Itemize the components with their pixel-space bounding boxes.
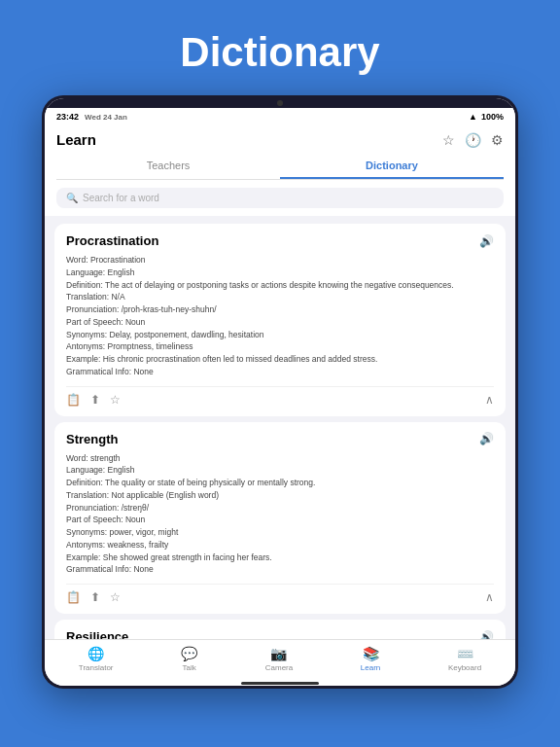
header-row: Learn ☆ 🕐 ⚙ (56, 131, 504, 148)
status-right: ▲ 100% (469, 112, 504, 122)
tabs: Teachers Dictionary (56, 154, 504, 180)
word-title-3: Resilience (66, 629, 128, 639)
star-icon[interactable]: ☆ (442, 132, 455, 148)
word-card-header-2: Strength 🔊 (66, 432, 494, 446)
speaker-icon-1[interactable]: 🔊 (479, 234, 494, 248)
status-time: 23:42 (56, 112, 79, 122)
word-details-2: Word: strength Language: English Definit… (66, 452, 494, 577)
word-card-header-1: Procrastination 🔊 (66, 233, 494, 248)
nav-item-camera[interactable]: 📷 Camera (265, 646, 293, 672)
bookmark-icon-1[interactable]: ☆ (110, 393, 121, 407)
nav-item-talk[interactable]: 💬 Talk (181, 646, 197, 672)
search-placeholder: Search for a word (83, 193, 159, 203)
nav-label-keyboard: Keyboard (448, 663, 481, 672)
status-date: Wed 24 Jan (85, 113, 127, 122)
chevron-up-1[interactable]: ∧ (485, 393, 494, 407)
word-card-header-3: Resilience 🔊 (66, 629, 494, 639)
nav-label-learn: Learn (361, 663, 380, 672)
status-bar: 23:42 Wed 24 Jan ▲ 100% (45, 108, 515, 125)
history-icon[interactable]: 🕐 (465, 132, 481, 148)
learn-icon: 📚 (363, 646, 379, 661)
chevron-up-2[interactable]: ∧ (485, 590, 494, 604)
copy-icon-2[interactable]: 📋 (66, 590, 81, 604)
translator-icon: 🌐 (88, 646, 104, 661)
app-title: Dictionary (180, 29, 379, 76)
search-icon: 🔍 (66, 193, 78, 203)
search-bar: 🔍 Search for a word (45, 180, 515, 216)
copy-icon-1[interactable]: 📋 (66, 393, 81, 407)
wifi-icon: ▲ (469, 112, 477, 122)
share-icon-1[interactable]: ⬆ (90, 393, 100, 407)
home-indicator (45, 680, 515, 686)
header-title: Learn (56, 131, 96, 148)
bottom-nav: 🌐 Translator 💬 Talk 📷 Camera 📚 Learn ⌨️ … (45, 639, 515, 680)
word-title-2: Strength (66, 432, 118, 446)
speaker-icon-2[interactable]: 🔊 (479, 432, 494, 445)
word-card-strength: Strength 🔊 Word: strength Language: Engl… (54, 422, 506, 615)
nav-item-keyboard[interactable]: ⌨️ Keyboard (448, 646, 481, 672)
word-details-1: Word: Procrastination Language: English … (66, 254, 494, 378)
bookmark-icon-2[interactable]: ☆ (110, 590, 121, 604)
nav-item-translator[interactable]: 🌐 Translator (79, 646, 114, 672)
nav-label-talk: Talk (183, 663, 196, 672)
word-actions-1: 📋 ⬆ ☆ ∧ (66, 386, 494, 407)
search-input-wrapper[interactable]: 🔍 Search for a word (56, 188, 504, 208)
nav-label-translator: Translator (79, 663, 114, 672)
word-title-1: Procrastination (66, 233, 158, 248)
tab-teachers[interactable]: Teachers (56, 154, 280, 179)
home-bar (241, 682, 319, 685)
speaker-icon-3[interactable]: 🔊 (479, 630, 494, 640)
camera-notch (45, 98, 515, 108)
app-title-area: Dictionary (0, 0, 560, 95)
content-area: Procrastination 🔊 Word: Procrastination … (45, 216, 515, 639)
notch-dot (277, 100, 283, 106)
tab-dictionary[interactable]: Dictionary (280, 154, 504, 179)
word-actions-2: 📋 ⬆ ☆ ∧ (66, 584, 494, 604)
share-icon-2[interactable]: ⬆ (90, 590, 100, 604)
talk-icon: 💬 (181, 646, 197, 661)
camera-icon: 📷 (270, 646, 287, 661)
device-frame: 23:42 Wed 24 Jan ▲ 100% Learn ☆ 🕐 ⚙ Teac… (42, 95, 518, 689)
action-icons-2: 📋 ⬆ ☆ (66, 590, 121, 604)
settings-icon[interactable]: ⚙ (491, 132, 504, 148)
header-icons: ☆ 🕐 ⚙ (442, 132, 504, 148)
keyboard-icon: ⌨️ (457, 646, 473, 661)
nav-item-learn[interactable]: 📚 Learn (361, 646, 380, 672)
app-header: Learn ☆ 🕐 ⚙ Teachers Dictionary (45, 125, 515, 180)
action-icons-1: 📋 ⬆ ☆ (66, 393, 121, 407)
word-card-procrastination: Procrastination 🔊 Word: Procrastination … (54, 224, 506, 416)
battery-label: 100% (481, 112, 504, 122)
device-screen: 23:42 Wed 24 Jan ▲ 100% Learn ☆ 🕐 ⚙ Teac… (45, 98, 515, 686)
nav-label-camera: Camera (265, 663, 293, 672)
word-card-resilience: Resilience 🔊 Word: resilience Language: … (54, 620, 506, 639)
